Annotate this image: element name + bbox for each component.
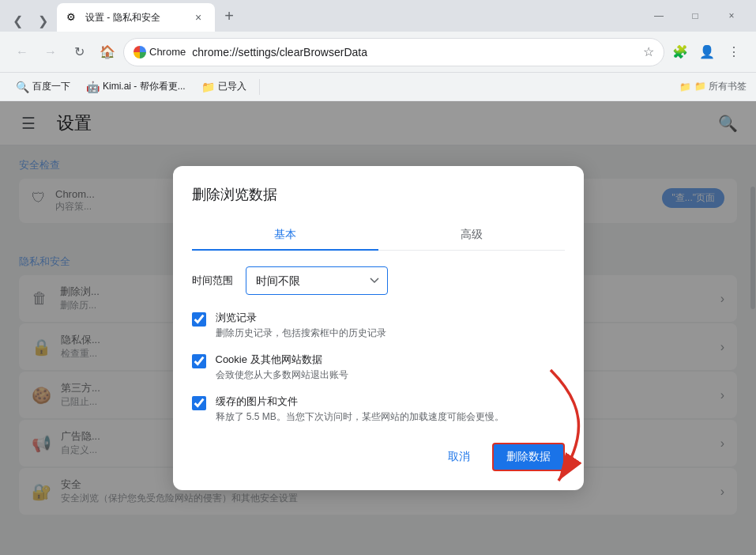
browser-tab-active[interactable]: ⚙ 设置 - 隐私和安全 × (57, 3, 215, 32)
checkbox-cache: 缓存的图片和文件 释放了 5.5 MB。当您下次访问时，某些网站的加载速度可能会… (192, 395, 565, 424)
imported-icon: 📁 (201, 81, 215, 93)
addr-icons: 🧩 👤 ⋮ (668, 40, 747, 65)
window-controls: — □ × (641, 5, 750, 27)
checkbox-cookies: Cookie 及其他网站数据 会致使您从大多数网站退出账号 (192, 353, 565, 382)
tab-title: 设置 - 隐私和安全 (85, 11, 185, 25)
bookmark-baidu-label: 百度一下 (32, 80, 70, 93)
minimize-button[interactable]: — (641, 5, 677, 27)
time-range-label: 时间范围 (192, 274, 233, 288)
forward-button[interactable]: → (38, 40, 63, 65)
cache-desc: 释放了 5.5 MB。当您下次访问时，某些网站的加载速度可能会更慢。 (216, 410, 565, 424)
profile-button[interactable]: 👤 (694, 40, 720, 65)
tab-nav-forward[interactable]: ❯ (32, 9, 54, 32)
cancel-button[interactable]: 取消 (435, 443, 483, 471)
cookies-label: Cookie 及其他网站数据 会致使您从大多数网站退出账号 (216, 353, 565, 382)
clear-browser-data-dialog: 删除浏览数据 基本 高级 时间范围 时间不限 最近一小时 最近24小时 最近7天… (173, 166, 584, 489)
kimi-icon: 🤖 (86, 81, 100, 93)
checkbox-group: 浏览记录 删除历史记录，包括搜索框中的历史记录 Cookie 及其他网站数据 会… (192, 311, 565, 423)
bookmark-baidu[interactable]: 🔍 百度一下 (9, 77, 77, 96)
modal-overlay: 删除浏览数据 基本 高级 时间范围 时间不限 最近一小时 最近24小时 最近7天… (0, 101, 756, 555)
bookmarks-bar: 🔍 百度一下 🤖 Kimi.ai - 帮你看更... 📁 已导入 📁 📁 所有书… (0, 73, 756, 101)
url-bar[interactable]: Chrome chrome://settings/clearBrowserDat… (123, 38, 664, 66)
cache-label: 缓存的图片和文件 释放了 5.5 MB。当您下次访问时，某些网站的加载速度可能会… (216, 395, 565, 424)
time-range-select[interactable]: 时间不限 最近一小时 最近24小时 最近7天 最近4周 (246, 266, 388, 295)
baidu-icon: 🔍 (16, 81, 29, 93)
history-label: 浏览记录 删除历史记录，包括搜索框中的历史记录 (216, 311, 565, 340)
history-title: 浏览记录 (216, 311, 565, 325)
url-text: chrome://settings/clearBrowserData (192, 46, 637, 59)
delete-data-button[interactable]: 删除数据 (492, 443, 565, 471)
back-button[interactable]: ← (9, 40, 35, 65)
new-tab-button[interactable]: + (218, 5, 240, 27)
browser-window: ❮ ❯ ⚙ 设置 - 隐私和安全 × + — □ × ← → ↻ 🏠 Chrom… (0, 0, 756, 555)
bookmarks-divider (259, 79, 260, 95)
tab-favicon: ⚙ (66, 11, 79, 24)
bookmark-imported[interactable]: 📁 已导入 (195, 77, 253, 96)
bookmark-kimi-label: Kimi.ai - 帮你看更... (103, 80, 186, 93)
dialog-tabs: 基本 高级 (192, 220, 565, 251)
close-button[interactable]: × (713, 5, 750, 27)
all-bookmarks-icon: 📁 (679, 81, 691, 92)
tab-close-button[interactable]: × (191, 10, 205, 25)
brand-name: Chrome (149, 46, 186, 58)
tab-basic[interactable]: 基本 (192, 220, 378, 250)
menu-button[interactable]: ⋮ (721, 40, 747, 65)
cache-checkbox[interactable] (192, 396, 206, 410)
checkbox-history: 浏览记录 删除历史记录，包括搜索框中的历史记录 (192, 311, 565, 340)
tab-nav-back[interactable]: ❮ (6, 9, 28, 32)
tab-bar: ❮ ❯ ⚙ 设置 - 隐私和安全 × + — □ × (0, 0, 756, 32)
dialog-title: 删除浏览数据 (192, 185, 565, 204)
tab-bar-left: ❮ ❯ (6, 9, 54, 32)
bookmark-imported-label: 已导入 (218, 80, 246, 93)
main-content: ☰ 设置 🔍 安全检查 🛡 Chrom... 内容策... "查..."页面 (0, 101, 756, 555)
history-desc: 删除历史记录，包括搜索框中的历史记录 (216, 327, 565, 340)
home-button[interactable]: 🏠 (95, 40, 120, 65)
chrome-logo-icon (134, 46, 146, 59)
all-bookmarks[interactable]: 📁 📁 所有书签 (679, 80, 747, 93)
dialog-buttons: 取消 删除数据 (192, 443, 565, 471)
all-bookmarks-label: 📁 所有书签 (694, 80, 747, 93)
history-checkbox[interactable] (192, 312, 206, 327)
reload-button[interactable]: ↻ (66, 40, 92, 65)
extensions-button[interactable]: 🧩 (668, 40, 693, 65)
cookies-checkbox[interactable] (192, 354, 206, 368)
bookmark-kimi[interactable]: 🤖 Kimi.ai - 帮你看更... (80, 77, 192, 96)
time-range-row: 时间范围 时间不限 最近一小时 最近24小时 最近7天 最近4周 (192, 266, 565, 295)
url-brand: Chrome (134, 46, 186, 59)
cookies-dialog-desc: 会致使您从大多数网站退出账号 (216, 368, 565, 382)
cache-title: 缓存的图片和文件 (216, 395, 565, 409)
address-bar: ← → ↻ 🏠 Chrome chrome://settings/clearBr… (0, 32, 756, 73)
maximize-button[interactable]: □ (677, 5, 713, 27)
bookmark-icon[interactable]: ☆ (643, 44, 654, 59)
cookies-dialog-title: Cookie 及其他网站数据 (216, 353, 565, 367)
tab-advanced[interactable]: 高级 (378, 220, 565, 250)
